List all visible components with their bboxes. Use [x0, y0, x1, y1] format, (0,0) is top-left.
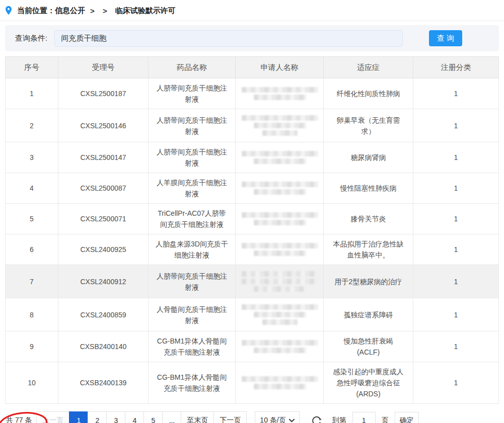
cell-no: 7 — [6, 265, 58, 298]
cell-no: 10 — [6, 362, 58, 404]
results-table: 序号 受理号 药品名称 申请人名称 适应症 注册分类 1 CXSL2500187… — [5, 56, 499, 404]
cell-applicant-redacted — [236, 204, 324, 234]
cell-applicant-redacted — [236, 142, 324, 173]
cell-indication: 慢加急性肝衰竭(ACLF) — [324, 331, 413, 362]
table-row: 2 CXSL2500146 人脐带间充质干细胞注射液 卵巢早衰（无生育需求） 1 — [6, 109, 499, 142]
cell-indication: 糖尿病肾病 — [324, 142, 413, 173]
cell-reg-class: 1 — [413, 78, 499, 109]
cell-drug-name: 人羊膜间充质干细胞注射液 — [149, 173, 236, 204]
query-button[interactable]: 查 询 — [429, 30, 462, 46]
cell-no: 4 — [6, 173, 58, 204]
page-button-3[interactable]: 3 — [106, 411, 125, 423]
cell-applicant-redacted — [236, 298, 324, 331]
header-reg-class: 注册分类 — [413, 57, 499, 78]
blurred-applicant — [242, 115, 318, 136]
cell-drug-name: TriCellPr-AC07人脐带间充质干细胞注射液 — [149, 204, 236, 234]
blurred-applicant — [242, 182, 318, 195]
search-panel: 查询条件: 查 询 — [5, 25, 499, 51]
blurred-applicant — [242, 271, 318, 292]
cell-acceptance-no: CXSL2400912 — [58, 265, 149, 298]
cell-no: 8 — [6, 298, 58, 331]
blurred-applicant — [242, 376, 318, 389]
page-ellipsis-button[interactable]: ... — [162, 411, 181, 423]
page-button-1[interactable]: 1 — [69, 411, 88, 423]
cell-drug-name: 人脐带间充质干细胞注射液 — [149, 78, 236, 109]
header-indication: 适应症 — [324, 57, 413, 78]
cell-indication: 膝骨关节炎 — [324, 204, 413, 234]
breadcrumb-current-page: 临床试验默示许可 — [115, 6, 176, 16]
cell-indication: 卵巢早衰（无生育需求） — [324, 109, 413, 142]
blurred-applicant — [242, 304, 318, 325]
table-row: 1 CXSL2500187 人脐带间充质干细胞注射液 纤维化性间质性肺病 1 — [6, 78, 499, 109]
cell-reg-class: 1 — [413, 142, 499, 173]
cell-acceptance-no: CXSL2400925 — [58, 234, 149, 265]
total-count-wrap: 共 77 条 — [4, 416, 34, 423]
cell-applicant-redacted — [236, 234, 324, 265]
table-row: 10 CXSB2400139 CG-BM1异体人骨髓间充质干细胞注射液 感染引起… — [6, 362, 499, 404]
cell-reg-class: 1 — [413, 331, 499, 362]
cell-reg-class: 1 — [413, 204, 499, 234]
location-pin-icon — [4, 6, 13, 16]
blurred-applicant — [242, 151, 318, 164]
cell-applicant-redacted — [236, 109, 324, 142]
page-size-value: 10 条/页 — [260, 416, 285, 423]
blurred-applicant — [242, 87, 318, 100]
header-drug-name: 药品名称 — [149, 57, 236, 78]
confirm-button[interactable]: 确定 — [395, 412, 419, 423]
cell-acceptance-no: CXSL2500187 — [58, 78, 149, 109]
cell-acceptance-no: CXSL2500147 — [58, 142, 149, 173]
page-button-5[interactable]: 5 — [143, 411, 163, 423]
cell-acceptance-no: CXSB2400140 — [58, 331, 149, 362]
header-applicant: 申请人名称 — [236, 57, 324, 78]
cell-no: 9 — [6, 331, 58, 362]
cell-reg-class: 1 — [413, 298, 499, 331]
cell-drug-name: 人脐带间充质干细胞注射液 — [149, 142, 236, 173]
cell-reg-class: 1 — [413, 265, 499, 298]
cell-acceptance-no: CXSB2400139 — [58, 362, 149, 404]
chevron-down-icon — [289, 418, 295, 422]
blurred-applicant — [242, 340, 318, 353]
cell-applicant-redacted — [236, 331, 324, 362]
prev-page-button[interactable]: 上一页 — [36, 411, 69, 423]
page-size-select[interactable]: 10 条/页 — [255, 411, 299, 423]
blurred-applicant — [242, 243, 318, 256]
goto-page-suffix: 页 — [382, 416, 389, 423]
page-button-4[interactable]: 4 — [125, 411, 144, 423]
table-row: 5 CXSL2500071 TriCellPr-AC07人脐带间充质干细胞注射液… — [6, 204, 499, 234]
search-condition-label: 查询条件: — [15, 34, 47, 43]
table-row: 4 CXSL2500087 人羊膜间充质干细胞注射液 慢性阻塞性肺疾病 1 — [6, 173, 499, 204]
next-page-button[interactable]: 下一页 — [213, 411, 247, 423]
cell-applicant-redacted — [236, 78, 324, 109]
goto-page-input[interactable] — [352, 412, 376, 423]
cell-drug-name: 人脐带间充质干细胞注射液 — [149, 265, 236, 298]
blurred-applicant — [242, 212, 318, 225]
cell-acceptance-no: CXSL2500146 — [58, 109, 149, 142]
cell-indication: 用于2型糖尿病的治疗 — [324, 265, 413, 298]
cell-no: 3 — [6, 142, 58, 173]
breadcrumb-separator: > > — [90, 7, 110, 15]
page-button-2[interactable]: 2 — [88, 411, 107, 423]
cell-indication: 本品拟用于治疗急性缺血性脑卒中。 — [324, 234, 413, 265]
cell-no: 5 — [6, 204, 58, 234]
cell-applicant-redacted — [236, 362, 324, 404]
cell-no: 1 — [6, 78, 58, 109]
goto-page-label: 到第 — [332, 416, 346, 423]
cell-applicant-redacted — [236, 265, 324, 298]
header-no: 序号 — [6, 57, 58, 78]
refresh-icon[interactable] — [311, 415, 322, 423]
cell-acceptance-no: CXSL2500087 — [58, 173, 149, 204]
cell-indication: 孤独症谱系障碍 — [324, 298, 413, 331]
search-input[interactable] — [54, 30, 403, 47]
cell-applicant-redacted — [236, 173, 324, 204]
cell-no: 6 — [6, 234, 58, 265]
table-row-highlighted: 7 CXSL2400912 人脐带间充质干细胞注射液 用于2型糖尿病的治疗 1 — [6, 265, 499, 298]
table-row: 8 CXSL2400859 人骨髓间充质干细胞注射液 孤独症谱系障碍 1 — [6, 298, 499, 331]
cell-drug-name: 人骨髓间充质干细胞注射液 — [149, 298, 236, 331]
cell-indication: 感染引起的中重度成人急性呼吸窘迫综合征(ARDS) — [324, 362, 413, 404]
breadcrumb: 当前位置：信息公开 > > 临床试验默示许可 — [0, 0, 504, 21]
cell-drug-name: 人胎盘来源3D间充质干细胞注射液 — [149, 234, 236, 265]
cell-reg-class: 1 — [413, 173, 499, 204]
header-acceptance-no: 受理号 — [58, 57, 149, 78]
pagination-bar: 共 77 条 上一页 1 2 3 4 5 ... 至末页 下一页 10 条/页 … — [4, 411, 500, 423]
last-page-button[interactable]: 至末页 — [181, 411, 214, 423]
